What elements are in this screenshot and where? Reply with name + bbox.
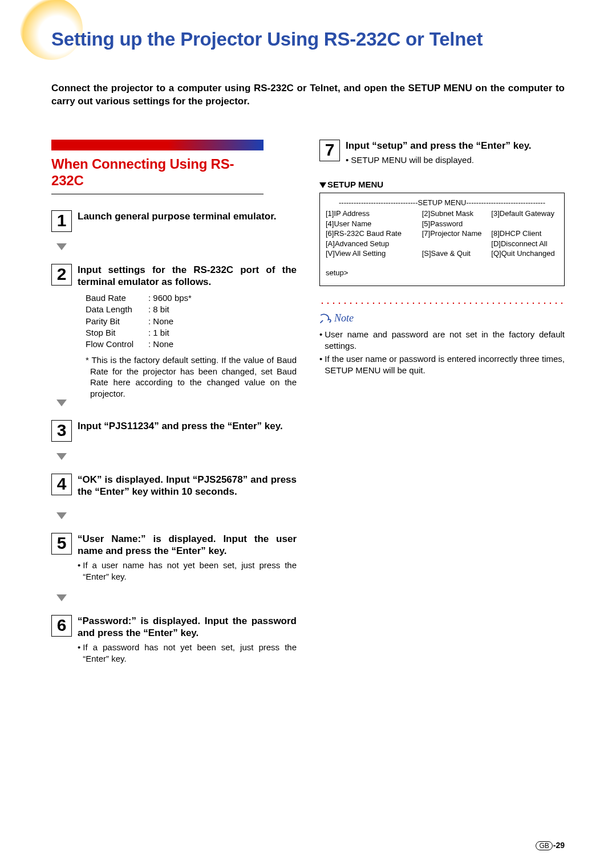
- step-arrow-icon: [56, 594, 67, 601]
- columns: When Connecting Using RS-232C 1 Launch g…: [51, 140, 565, 664]
- note-label: Note: [334, 312, 354, 324]
- step-arrow-icon: [56, 400, 67, 406]
- step-1: 1 Launch general purpose terminal emulat…: [51, 210, 297, 250]
- setup-menu-label: SETUP MENU: [319, 180, 565, 189]
- left-column: When Connecting Using RS-232C 1 Launch g…: [51, 140, 297, 664]
- right-column: 7 Input “setup” and press the “Enter” ke…: [319, 140, 565, 664]
- step-7: 7 Input “setup” and press the “Enter” ke…: [319, 140, 565, 166]
- step-6: 6 “Password:” is displayed. Input the pa…: [51, 615, 297, 665]
- bullet: •If a password has not yet been set, jus…: [78, 642, 297, 664]
- section-title: When Connecting Using RS-232C: [51, 156, 264, 194]
- step-heading: Input settings for the RS-232C port of t…: [78, 264, 297, 288]
- step-arrow-icon: [56, 243, 67, 250]
- intro-text: Connect the projector to a computer usin…: [51, 81, 565, 108]
- step-heading: “User Name:” is displayed. Input the use…: [78, 533, 297, 557]
- footnote: * This is the factory default setting. I…: [86, 354, 297, 399]
- bullet: •If the user name or password is entered…: [319, 353, 565, 376]
- step-5: 5 “User Name:” is displayed. Input the u…: [51, 533, 297, 601]
- title-wrap: Setting up the Projector Using RS-232C o…: [51, 28, 565, 50]
- page-number: GB-29: [536, 841, 565, 850]
- step-4: 4 “OK” is displayed. Input “PJS25678” an…: [51, 474, 297, 519]
- step-2: 2 Input settings for the RS-232C port of…: [51, 264, 297, 406]
- note-heading: Note: [319, 312, 565, 324]
- step-number: 5: [51, 533, 72, 555]
- note-icon: [319, 313, 332, 324]
- setup-menu-grid: [1]IP Address[2]Subnet Mask[3]Default Ga…: [326, 209, 558, 259]
- step-number: 2: [51, 264, 72, 286]
- step-arrow-icon: [56, 453, 67, 460]
- step-heading: “Password:” is displayed. Input the pass…: [78, 615, 297, 639]
- section-gradient-bar: [51, 140, 264, 150]
- page-title: Setting up the Projector Using RS-232C o…: [51, 28, 565, 50]
- note-body: •User name and password are not set in t…: [319, 329, 565, 376]
- step-number: 7: [319, 140, 340, 161]
- step-number: 3: [51, 420, 72, 442]
- triangle-down-icon: [319, 182, 326, 188]
- step-arrow-icon: [56, 512, 67, 519]
- step-heading: Launch general purpose terminal emulator…: [78, 210, 297, 222]
- setup-menu-box: --------------------------------SETUP ME…: [319, 193, 565, 287]
- setup-menu-header: --------------------------------SETUP ME…: [326, 198, 558, 208]
- step-heading: Input “setup” and press the “Enter” key.: [346, 140, 565, 152]
- page-num-value: -29: [553, 841, 565, 850]
- region-code: GB: [536, 841, 552, 850]
- step-number: 4: [51, 474, 72, 495]
- step-3: 3 Input “PJS11234” and press the “Enter”…: [51, 420, 297, 460]
- step-number: 6: [51, 615, 72, 637]
- step-number: 1: [51, 210, 72, 232]
- setup-prompt: setup>: [326, 268, 558, 278]
- page: Setting up the Projector Using RS-232C o…: [0, 0, 616, 687]
- bullet: •User name and password are not set in t…: [319, 329, 565, 351]
- bullet: •SETUP MENU will be displayed.: [346, 154, 565, 166]
- step-heading: “OK” is displayed. Input “PJS25678” and …: [78, 474, 297, 498]
- dotted-rule: [319, 302, 565, 304]
- bullet: •If a user name has not yet been set, ju…: [78, 560, 297, 582]
- step-heading: Input “PJS11234” and press the “Enter” k…: [78, 420, 297, 432]
- settings-table: Baud Rate9600 bps* Data Length8 bit Pari…: [86, 292, 297, 350]
